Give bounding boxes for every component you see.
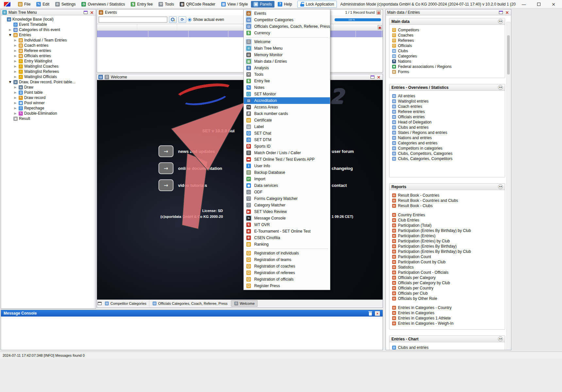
- panel-list-item[interactable]: ☺ Competitors: [392, 27, 504, 33]
- restore-panel-icon[interactable]: [499, 11, 503, 14]
- menu-item[interactable]: ▥ Ranking: [244, 241, 330, 248]
- section-header[interactable]: Entries - Overviews / Statistics ∧∧: [389, 84, 505, 91]
- panel-list-item[interactable]: ▤ Participation (Entries By Birthday) by…: [392, 228, 504, 233]
- menu-item[interactable]: ▤ Label: [244, 123, 330, 130]
- expand-arrow-icon[interactable]: ▼: [8, 33, 12, 37]
- panel-list-item[interactable]: ▤ Entries in Categories 1 Athlete: [392, 316, 504, 321]
- panel-list-item[interactable]: ◉ Federal associations / Regions: [392, 64, 504, 69]
- menu-item[interactable]: $ Entry fee: [244, 78, 330, 84]
- section-header[interactable]: Main data ∧∧: [389, 18, 505, 25]
- welcome-link-label[interactable]: news and updates: [178, 149, 215, 154]
- tree-item[interactable]: ▶ ▤ Individual / Team Entries: [2, 38, 93, 43]
- menu-item[interactable]: ▢ SET Monitor: [244, 91, 330, 97]
- expand-arrow-icon[interactable]: ▶: [13, 96, 17, 99]
- tree-item[interactable]: ▶ ▦ Pool winner: [2, 100, 93, 106]
- toolbar-item[interactable]: Lock Application: [297, 1, 337, 8]
- tree-item[interactable]: ▶ ≣ Point table: [2, 90, 93, 95]
- welcome-link-label[interactable]: user forum: [332, 143, 354, 160]
- close-panel-icon[interactable]: ×: [89, 10, 94, 15]
- panel-list-item[interactable]: ▤ Result Book - Clubs: [392, 203, 504, 208]
- collapse-icon[interactable]: ∧∧: [498, 184, 503, 189]
- menu-item[interactable]: ↩ Import: [244, 176, 330, 182]
- menu-item[interactable]: # Back number cards: [244, 110, 330, 117]
- menu-item[interactable]: ✎ Notes: [244, 84, 330, 91]
- expand-arrow-icon[interactable]: ▼: [8, 80, 12, 84]
- tree-item[interactable]: ▶ ≡ Draw: [2, 85, 93, 90]
- panel-list-item[interactable]: ▤ Categories: [392, 54, 504, 59]
- menu-item[interactable]: ● Data services: [244, 182, 330, 189]
- table-cell[interactable]: [97, 31, 148, 37]
- menu-item[interactable]: ▤ Officials Categories, Coach, Referee, …: [244, 23, 330, 30]
- expand-arrow-icon[interactable]: ▶: [13, 86, 17, 89]
- panel-list-item[interactable]: [392, 301, 504, 305]
- panel-list-item[interactable]: ▤ Waitinglist entries: [392, 99, 504, 104]
- expand-arrow-icon[interactable]: ▶: [13, 106, 17, 110]
- menu-item[interactable]: ◷ SET DTM: [244, 137, 330, 143]
- panel-list-item[interactable]: ▤ Result Book - Countries: [392, 193, 504, 198]
- menu-item[interactable]: ▦ Main data / Entries: [244, 58, 330, 65]
- maximize-icon[interactable]: [537, 3, 540, 6]
- scrollbar-thumb[interactable]: [507, 35, 510, 74]
- menu-item[interactable]: ▽ Forms Category Matcher: [244, 195, 330, 202]
- menu-item[interactable]: > Message Console: [244, 215, 330, 221]
- menu-item[interactable]: ▤ Competitor Categories: [244, 17, 330, 23]
- menu-item[interactable]: ▶ SET Video Review: [244, 208, 330, 215]
- toolbar-item[interactable]: ▦ View / Style: [219, 1, 250, 8]
- panel-list-item[interactable]: ▤ Officials per Category: [392, 275, 504, 280]
- panel-list-item[interactable]: ▤ Country Entries: [392, 212, 504, 218]
- news-updates-button-icon[interactable]: →: [158, 145, 174, 157]
- panel-list-item[interactable]: ▤ Clubs, Categories, Competitors: [392, 156, 504, 161]
- expand-arrow-icon[interactable]: ▶: [13, 91, 17, 94]
- expand-arrow-icon[interactable]: ▶: [13, 65, 17, 68]
- menu-item[interactable]: ⚒ Tools: [244, 71, 330, 78]
- toolbar-item[interactable]: $ Entry fee: [128, 1, 155, 8]
- welcome-link-label[interactable]: contact: [332, 177, 354, 194]
- panel-list-item[interactable]: ▤ Participation Count by Club: [392, 259, 504, 265]
- menu-item[interactable]: ◇ ODF: [244, 189, 330, 195]
- table-cell[interactable]: [356, 31, 382, 37]
- panel-list-item[interactable]: ▤ Participation Count: [392, 254, 504, 259]
- minimize-icon[interactable]: —: [521, 2, 526, 7]
- panel-list-item[interactable]: ▤ Entries in Categories - Weigh-In: [392, 321, 504, 326]
- panel-list-item[interactable]: ☺ Coaches: [392, 33, 504, 38]
- tree-item[interactable]: ▶ ⚠ Waitinglist Referees: [2, 69, 93, 74]
- bottom-tab[interactable]: ▤ Officials Categories, Coach, Referee, …: [150, 300, 231, 307]
- restore-panel-icon[interactable]: [371, 75, 374, 79]
- panel-list-item[interactable]: ▥ Forms: [392, 69, 504, 74]
- menu-item[interactable]: D Sports ID: [244, 143, 330, 150]
- close-panel-icon[interactable]: ×: [375, 311, 380, 316]
- table-cell[interactable]: [189, 31, 228, 37]
- bottom-tab[interactable]: ▤ Competitor Categories: [102, 300, 149, 307]
- refresh-button[interactable]: ⟳: [178, 16, 186, 23]
- menu-item[interactable]: ☺ Registration of teams: [244, 256, 330, 263]
- restore-panel-icon[interactable]: [84, 11, 88, 14]
- welcome-link-label[interactable]: changelog: [332, 160, 354, 177]
- tree-item[interactable]: ▼ ≡ Draw, Draw record, Point table...: [2, 79, 93, 85]
- tree-item[interactable]: ▶ ▤ Officials entries: [2, 53, 93, 58]
- panel-list-item[interactable]: ☺ Officials: [392, 43, 504, 48]
- menu-item[interactable]: ▤ Certificate: [244, 117, 330, 123]
- toolbar-item[interactable]: ▣ Panels: [251, 1, 274, 8]
- expand-arrow-icon[interactable]: ▶: [13, 39, 17, 42]
- menu-item[interactable]: e E-Tournament - SET Online Test: [244, 228, 330, 235]
- panel-list-item[interactable]: ▤ Participation (Entries By Birthday): [392, 244, 504, 249]
- tree-item[interactable]: ▶ ✎ Double-Elimination: [2, 111, 93, 116]
- toolbar-item[interactable]: [1, 1, 15, 8]
- menu-item[interactable]: ☺ SET Chat: [244, 130, 330, 137]
- close-panel-icon[interactable]: ×: [376, 75, 381, 79]
- panel-list-item[interactable]: ▤ Result Book - Countries and Clubs: [392, 198, 504, 203]
- tree-item[interactable]: ▶ ⚠ Waitinglist Coaches: [2, 64, 93, 69]
- tree-item[interactable]: ▣ Result: [2, 116, 93, 121]
- tree-item[interactable]: ▶ ✎ Draw record: [2, 95, 93, 100]
- close-panel-icon[interactable]: ×: [504, 10, 510, 15]
- tree-item[interactable]: ▶ ☰ Repechage: [2, 106, 93, 111]
- section-header[interactable]: Entries - Chart ∧∧: [389, 336, 505, 342]
- panel-list-item[interactable]: ▤ Categories and entries: [392, 140, 504, 146]
- toolbar-item[interactable]: ♻ Overviews / Statistics: [79, 1, 127, 8]
- menu-item[interactable]: ❉ CSEN Cinofilia: [244, 235, 330, 241]
- search-button[interactable]: [169, 16, 177, 23]
- menu-item[interactable]: ⌂ Events: [244, 10, 330, 17]
- panel-list-item[interactable]: ▤ Clubs, Competitors, Categories: [392, 151, 504, 156]
- menu-item[interactable]: ☺ Register Press: [244, 283, 330, 289]
- table-cell[interactable]: [148, 31, 189, 37]
